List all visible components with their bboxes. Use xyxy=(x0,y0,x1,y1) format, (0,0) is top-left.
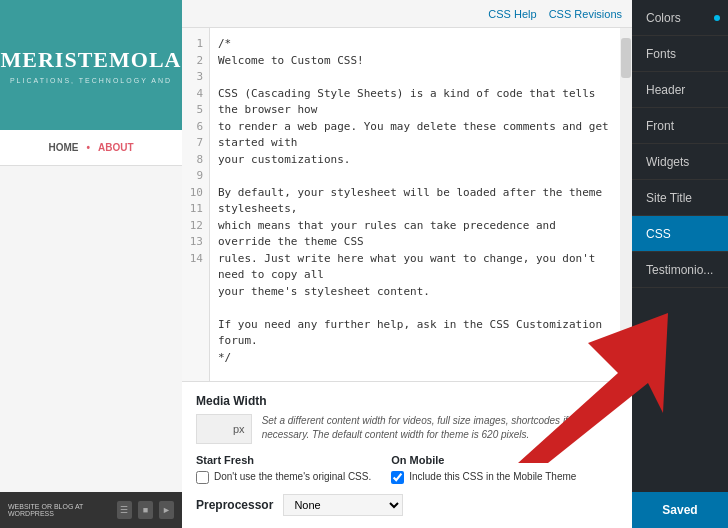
css-help-link[interactable]: CSS Help xyxy=(488,8,536,20)
sidebar-item-widgets[interactable]: Widgets xyxy=(632,144,728,180)
on-mobile-group: On Mobile Include this CSS in the Mobile… xyxy=(391,454,576,484)
sidebar-item-header[interactable]: Header xyxy=(632,72,728,108)
css-code-content: /* Welcome to Custom CSS! CSS (Cascading… xyxy=(218,36,612,366)
editor-controls: Media Width px Set a different content w… xyxy=(182,382,632,528)
icon-2: ■ xyxy=(138,501,153,519)
sidebar-item-fonts-label: Fonts xyxy=(646,47,676,61)
sidebar-item-colors-label: Colors xyxy=(646,11,681,25)
sidebar-item-colors[interactable]: Colors xyxy=(632,0,728,36)
sidebar-item-css-label: CSS xyxy=(646,227,671,241)
media-width-input[interactable] xyxy=(203,423,233,435)
right-sidebar: Colors Fonts Header Front Widgets Site T… xyxy=(632,0,728,528)
nav-home: HOME xyxy=(48,142,78,153)
media-width-row: px Set a different content width for vid… xyxy=(196,414,618,444)
preprocessor-label: Preprocessor xyxy=(196,498,273,512)
sidebar-item-testimonio[interactable]: Testimonio... xyxy=(632,252,728,288)
sidebar-item-site-title[interactable]: Site Title xyxy=(632,180,728,216)
preview-header: MERISTEMOLA PLICATIONS, TECHNOLOGY AND xyxy=(0,0,182,130)
scrollbar-thumb xyxy=(621,38,631,78)
on-mobile-checkbox-item: Include this CSS in the Mobile Theme xyxy=(391,470,576,484)
colors-dot-indicator xyxy=(714,15,720,21)
preview-nav: HOME • ABOUT xyxy=(0,130,182,166)
media-width-section: Media Width px Set a different content w… xyxy=(196,394,618,444)
media-width-label: Media Width xyxy=(196,394,618,408)
site-subtitle: PLICATIONS, TECHNOLOGY AND xyxy=(10,77,172,84)
start-fresh-label: Start Fresh xyxy=(196,454,371,466)
css-revisions-link[interactable]: CSS Revisions xyxy=(549,8,622,20)
css-code-textarea[interactable]: /* Welcome to Custom CSS! CSS (Cascading… xyxy=(210,28,620,381)
on-mobile-checkbox-label: Include this CSS in the Mobile Theme xyxy=(409,470,576,483)
checkboxes-row: Start Fresh Don't use the theme's origin… xyxy=(196,454,618,484)
line-numbers: 1 2 3 4 5 6 7 8 9 10 11 12 13 14 xyxy=(182,28,210,381)
sidebar-item-front-label: Front xyxy=(646,119,674,133)
start-fresh-checkbox[interactable] xyxy=(196,471,209,484)
start-fresh-checkbox-item: Don't use the theme's original CSS. xyxy=(196,470,371,484)
scrollbar[interactable] xyxy=(620,28,632,381)
bottom-bar-text: WEBSITE OR BLOG AT WORDPRESS xyxy=(8,503,111,517)
sidebar-item-front[interactable]: Front xyxy=(632,108,728,144)
start-fresh-group: Start Fresh Don't use the theme's origin… xyxy=(196,454,371,484)
sidebar-bottom: Saved xyxy=(632,492,728,528)
sidebar-item-fonts[interactable]: Fonts xyxy=(632,36,728,72)
preprocessor-select[interactable]: None xyxy=(283,494,403,516)
media-width-input-wrap: px xyxy=(196,414,252,444)
site-preview: MERISTEMOLA PLICATIONS, TECHNOLOGY AND H… xyxy=(0,0,182,528)
sidebar-item-testimonio-label: Testimonio... xyxy=(646,263,713,277)
icon-1: ☰ xyxy=(117,501,132,519)
sidebar-item-css[interactable]: CSS xyxy=(632,216,728,252)
sidebar-item-widgets-label: Widgets xyxy=(646,155,689,169)
on-mobile-label: On Mobile xyxy=(391,454,576,466)
preprocessor-section: Preprocessor None xyxy=(196,494,618,516)
sidebar-item-header-label: Header xyxy=(646,83,685,97)
save-button[interactable]: Saved xyxy=(632,492,728,528)
code-editor-wrapper: 1 2 3 4 5 6 7 8 9 10 11 12 13 14 /* Welc… xyxy=(182,28,632,382)
on-mobile-checkbox[interactable] xyxy=(391,471,404,484)
icon-3: ► xyxy=(159,501,174,519)
preview-bottom-bar: WEBSITE OR BLOG AT WORDPRESS ☰ ■ ► xyxy=(0,492,182,528)
media-width-desc: Set a different content width for videos… xyxy=(262,414,618,442)
start-fresh-checkbox-label: Don't use the theme's original CSS. xyxy=(214,470,371,483)
css-editor-panel: CSS Help CSS Revisions 1 2 3 4 5 6 7 8 9… xyxy=(182,0,632,528)
nav-dot: • xyxy=(86,142,90,153)
sidebar-item-site-title-label: Site Title xyxy=(646,191,692,205)
nav-about: ABOUT xyxy=(98,142,134,153)
media-width-unit: px xyxy=(233,423,245,435)
site-title: MERISTEMOLA xyxy=(1,47,182,73)
preview-content: WEBSITE OR BLOG AT WORDPRESS ☰ ■ ► xyxy=(0,166,182,528)
editor-toolbar: CSS Help CSS Revisions xyxy=(182,0,632,28)
